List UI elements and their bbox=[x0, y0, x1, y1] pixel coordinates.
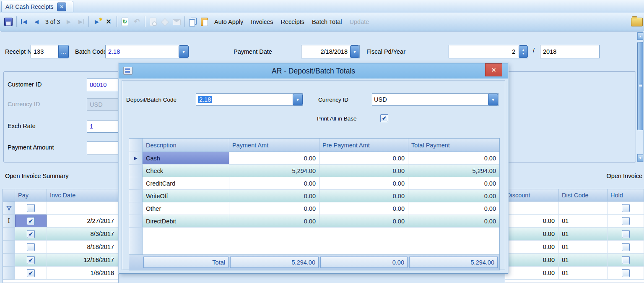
description-cell[interactable]: WriteOff bbox=[143, 190, 229, 202]
dialog-close-icon[interactable]: ✕ bbox=[485, 63, 502, 76]
table-row[interactable]: 12/16/2017 bbox=[3, 254, 118, 267]
fiscal-year-field[interactable]: 2018 bbox=[540, 45, 600, 58]
scroll-up-icon[interactable]: ▴ bbox=[637, 32, 643, 40]
table-row[interactable]: 0.00 01 bbox=[505, 228, 644, 241]
hold-checkbox[interactable] bbox=[622, 256, 630, 264]
payment-amt-cell[interactable]: 0.00 bbox=[229, 177, 319, 190]
invc-date-cell[interactable]: 8/3/2017 bbox=[47, 228, 118, 241]
invc-date-cell[interactable]: 2/27/2017 bbox=[47, 215, 118, 228]
dialog-currency-dropdown-icon[interactable]: ▾ bbox=[488, 94, 498, 105]
fiscal-period-stepper[interactable]: ▴ ▾ bbox=[519, 45, 528, 58]
table-row[interactable]: DirectDebit 0.00 0.00 0.00 bbox=[129, 215, 499, 228]
new-record-icon[interactable]: ▶ bbox=[91, 16, 102, 27]
email-icon[interactable] bbox=[171, 16, 182, 27]
receipts-button[interactable]: Receipts bbox=[277, 18, 308, 25]
description-cell[interactable]: DirectDebit bbox=[143, 215, 229, 228]
pay-checkbox[interactable] bbox=[27, 256, 35, 264]
description-column-header[interactable]: Description bbox=[143, 139, 229, 152]
hold-checkbox[interactable] bbox=[622, 230, 630, 238]
last-record-icon[interactable]: ▶ bbox=[75, 16, 86, 27]
first-record-icon[interactable]: ◀ bbox=[19, 16, 30, 27]
discount-filter-cell[interactable] bbox=[505, 202, 559, 215]
payment-amt-cell[interactable]: 0.00 bbox=[229, 190, 319, 202]
copy-icon[interactable] bbox=[187, 16, 198, 27]
table-row[interactable]: ▶ Cash 0.00 0.00 0.00 bbox=[129, 152, 499, 165]
total-payment-cell[interactable]: 0.00 bbox=[408, 202, 499, 215]
description-cell[interactable]: CreditCard bbox=[143, 177, 229, 190]
hold-filter-checkbox[interactable] bbox=[622, 204, 630, 212]
tab-ar-cash-receipts[interactable]: AR Cash Receipts ✕ bbox=[1, 1, 73, 12]
hold-checkbox[interactable] bbox=[622, 243, 630, 251]
description-cell[interactable]: Check bbox=[143, 165, 229, 177]
send-icon[interactable] bbox=[159, 16, 170, 27]
dist-code-cell[interactable]: 01 bbox=[559, 228, 608, 241]
payment-date-dropdown-icon[interactable]: ▾ bbox=[350, 45, 359, 58]
vertical-scrollbar[interactable]: ▴ ▾ bbox=[637, 32, 644, 162]
payment-amt-cell[interactable]: 0.00 bbox=[229, 202, 319, 215]
payment-amt-cell[interactable]: 5,294.00 bbox=[229, 165, 319, 177]
dist-code-cell[interactable]: 01 bbox=[559, 241, 608, 254]
print-all-in-base-checkbox[interactable] bbox=[380, 114, 388, 122]
pre-payment-amt-column-header[interactable]: Pre Payment Amt bbox=[319, 139, 408, 152]
total-payment-cell[interactable]: 5,294.00 bbox=[408, 165, 499, 177]
hold-checkbox[interactable] bbox=[622, 269, 630, 277]
invc-date-cell[interactable]: 8/18/2017 bbox=[47, 241, 118, 254]
pre-payment-amt-cell[interactable]: 0.00 bbox=[319, 152, 408, 165]
hold-checkbox[interactable] bbox=[622, 217, 630, 225]
paste-icon[interactable] bbox=[199, 16, 210, 27]
table-row[interactable]: 0.00 01 bbox=[505, 215, 644, 228]
total-payment-cell[interactable]: 0.00 bbox=[408, 152, 499, 165]
batch-code-combo[interactable]: 2.18 bbox=[105, 45, 189, 58]
invc-date-column-header[interactable]: Invc Date bbox=[47, 189, 118, 202]
dist-code-cell[interactable]: 01 bbox=[559, 215, 608, 228]
invoices-button[interactable]: Invoices bbox=[247, 18, 277, 25]
deposit-batch-code-combo[interactable]: 2.18 bbox=[196, 93, 303, 106]
discount-cell[interactable]: 0.00 bbox=[505, 267, 559, 280]
payment-amt-cell[interactable]: 0.00 bbox=[229, 152, 319, 165]
table-row[interactable]: 0.00 01 bbox=[505, 254, 644, 267]
scrollbar-thumb[interactable] bbox=[637, 42, 643, 130]
dist-code-column-header[interactable]: Dist Code bbox=[559, 189, 608, 202]
pay-checkbox[interactable] bbox=[27, 230, 35, 238]
dist-code-cell[interactable]: 01 bbox=[559, 267, 608, 280]
description-cell[interactable]: Other bbox=[143, 202, 229, 215]
pay-checkbox[interactable] bbox=[27, 269, 35, 277]
discount-cell[interactable]: 0.00 bbox=[505, 228, 559, 241]
fiscal-period-field[interactable]: 2 bbox=[449, 45, 528, 58]
invc-date-filter-cell[interactable] bbox=[47, 202, 118, 215]
deposit-batch-code-dropdown-icon[interactable]: ▾ bbox=[293, 94, 303, 105]
hold-column-header[interactable]: Hold bbox=[608, 189, 644, 202]
invc-date-cell[interactable]: 1/8/2018 bbox=[47, 267, 118, 280]
batch-code-dropdown-icon[interactable]: ▾ bbox=[179, 45, 189, 58]
next-record-icon[interactable]: ▶ bbox=[63, 16, 74, 27]
previous-record-icon[interactable]: ◀ bbox=[31, 16, 42, 27]
table-row[interactable]: 0.00 01 bbox=[505, 241, 644, 254]
pre-payment-amt-cell[interactable]: 0.00 bbox=[319, 190, 408, 202]
pay-checkbox[interactable] bbox=[27, 243, 35, 251]
table-row[interactable]: 0.00 01 bbox=[505, 267, 644, 280]
pay-filter-checkbox[interactable] bbox=[27, 204, 35, 212]
dialog-titlebar[interactable]: AR - Deposit/Batch Totals ✕ bbox=[119, 63, 508, 79]
pre-payment-amt-cell[interactable]: 0.00 bbox=[319, 202, 408, 215]
receipt-no-lookup-button[interactable]: … bbox=[58, 45, 69, 58]
save-icon[interactable] bbox=[3, 16, 14, 27]
dialog-currency-id-combo[interactable]: USD bbox=[372, 93, 499, 106]
spinner-down-icon[interactable]: ▾ bbox=[522, 52, 524, 55]
pay-column-header[interactable]: Pay bbox=[15, 189, 47, 202]
total-payment-cell[interactable]: 0.00 bbox=[408, 215, 499, 228]
discount-cell[interactable]: 0.00 bbox=[505, 215, 559, 228]
discount-cell[interactable]: 0.00 bbox=[505, 254, 559, 267]
refresh-icon[interactable] bbox=[119, 16, 130, 27]
discount-column-header[interactable]: Discount bbox=[505, 189, 559, 202]
table-row[interactable]: CreditCard 0.00 0.00 0.00 bbox=[129, 177, 499, 190]
pre-payment-amt-cell[interactable]: 0.00 bbox=[319, 177, 408, 190]
total-payment-cell[interactable]: 0.00 bbox=[408, 190, 499, 202]
table-row[interactable]: WriteOff 0.00 0.00 0.00 bbox=[129, 190, 499, 202]
dist-code-cell[interactable]: 01 bbox=[559, 254, 608, 267]
spinner-up-icon[interactable]: ▴ bbox=[522, 48, 524, 52]
table-row[interactable]: Check 5,294.00 0.00 5,294.00 bbox=[129, 165, 499, 177]
description-cell[interactable]: Cash bbox=[143, 152, 229, 165]
payment-amt-cell[interactable]: 0.00 bbox=[229, 215, 319, 228]
receipt-no-field[interactable]: 133 bbox=[31, 45, 59, 58]
pay-checkbox[interactable] bbox=[27, 217, 35, 225]
